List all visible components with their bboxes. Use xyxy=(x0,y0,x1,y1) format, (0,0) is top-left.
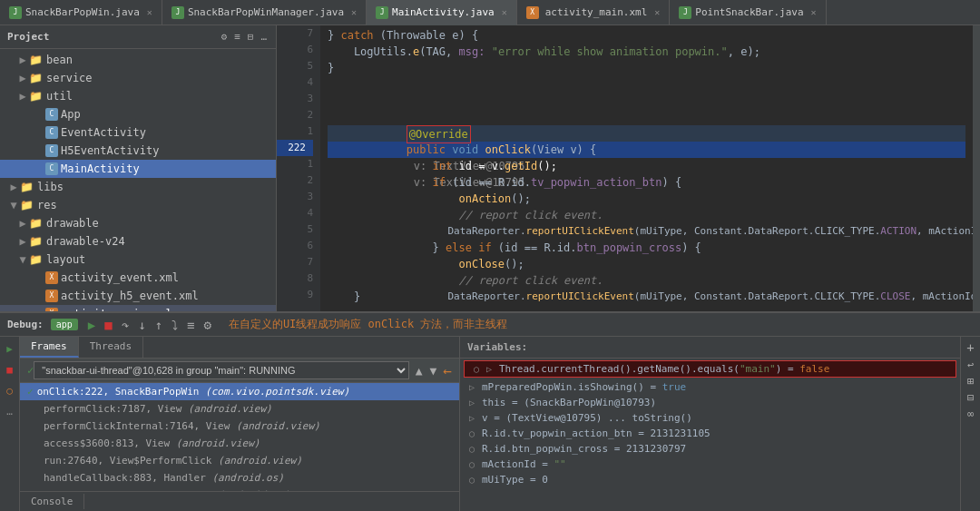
tab-activity-main-xml[interactable]: X activity_main.xml ✕ xyxy=(517,0,671,25)
var-item-v[interactable]: ▷ v = (TextView@10795) ... toString() xyxy=(460,410,960,426)
close-icon[interactable]: ✕ xyxy=(351,7,357,17)
arrow-icon: ▶ xyxy=(16,217,29,230)
frames-tab[interactable]: Frames xyxy=(20,337,79,358)
thread-select[interactable]: "snackbar-ui-thread"@10,628 in group "ma… xyxy=(34,361,408,379)
tree-label: MainActivity xyxy=(61,162,140,175)
tree-item-bean[interactable]: ▶ 📁 bean xyxy=(0,51,276,69)
scroll-bar[interactable] xyxy=(973,25,980,311)
tab-label: PointSnackBar.java xyxy=(695,6,803,18)
frame-label: handleCallback:883, Handler (android.os) xyxy=(44,472,284,484)
settings-icon[interactable]: ⚙ xyxy=(220,29,230,44)
restore-icon[interactable]: ↩ xyxy=(967,359,974,371)
var-item-thread-check[interactable]: ○ ▷ Thread.currentThread().getName().equ… xyxy=(464,360,956,378)
frames-tabs: Frames Threads xyxy=(20,337,459,359)
tree-item-app[interactable]: C App xyxy=(0,105,276,123)
add-watch-icon[interactable]: + xyxy=(966,340,974,355)
collapse-all-icon[interactable]: ⊟ xyxy=(967,391,974,404)
stop-icon[interactable]: ■ xyxy=(102,316,114,334)
var-item-mactionid[interactable]: ○ mActionId = "" xyxy=(460,457,960,472)
tree-item-libs[interactable]: ▶ 📁 libs xyxy=(0,178,276,196)
frame-label: access$3600:813, View (android.view) xyxy=(44,437,260,449)
var-expand-icon: ○ xyxy=(467,428,476,438)
frame-item-handlecallback[interactable]: handleCallback:883, Handler (android.os) xyxy=(20,469,459,486)
tree-item-res[interactable]: ▼ 📁 res xyxy=(0,196,276,214)
run-to-cursor-icon[interactable]: ⤵ xyxy=(169,316,181,334)
step-over-icon[interactable]: ↷ xyxy=(119,316,132,334)
tree-item-activity-h5-event-xml[interactable]: X activity_h5_event.xml xyxy=(0,287,276,305)
tree-label: libs xyxy=(37,181,64,193)
tab-mainactivity[interactable]: J MainActivity.java ✕ xyxy=(367,0,517,25)
close-icon[interactable]: ✕ xyxy=(654,7,660,17)
variables-list: ○ ▷ Thread.currentThread().getName().equ… xyxy=(460,359,960,511)
evaluate-icon[interactable]: ≡ xyxy=(184,316,197,334)
frame-item-run[interactable]: run:27640, View$PerformClick (android.vi… xyxy=(20,452,459,469)
tree-label: drawable xyxy=(46,217,99,230)
frame-item-onclick[interactable]: ✓ onClick:222, SnackBarPopWin (com.vivo.… xyxy=(20,383,459,400)
code-line: LogUtils.e(TAG, msg: "error while show a… xyxy=(328,44,965,60)
var-item-isprepared[interactable]: ▷ mPreparedPopWin.isShowing() = true xyxy=(460,379,960,395)
settings-side-icon[interactable]: … xyxy=(4,403,15,420)
tree-item-mainactivity[interactable]: C MainActivity xyxy=(0,160,276,178)
frame-item-performclick[interactable]: performClick:7187, View (android.view) xyxy=(20,400,459,418)
close-icon[interactable]: ✕ xyxy=(147,7,152,17)
tree-item-h5eventactivity[interactable]: C H5EventActivity xyxy=(0,142,276,160)
var-item-btn-cross[interactable]: ○ R.id.btn_popwin_cross = 2131230797 xyxy=(460,441,960,457)
close-icon[interactable]: ✕ xyxy=(811,7,817,17)
more-icon[interactable]: … xyxy=(259,29,269,44)
frame-item-access[interactable]: access$3600:813, View (android.view) xyxy=(20,435,459,452)
var-item-tv-action-btn[interactable]: ○ R.id.tv_popwin_action_btn = 2131231105 xyxy=(460,426,960,441)
sidebar: Project ⚙ ≡ ⊟ … ▶ 📁 bean ▶ 📁 s xyxy=(0,25,277,311)
var-content: mPreparedPopWin.isShowing() = true xyxy=(482,381,686,393)
xml-file-icon: X xyxy=(45,290,58,302)
console-tab[interactable]: Console xyxy=(20,494,84,509)
tree-label: H5EventActivity xyxy=(61,144,159,157)
tree-item-activity-main-xml[interactable]: X activity_main.xml xyxy=(0,305,276,311)
main-area: Project ⚙ ≡ ⊟ … ▶ 📁 bean ▶ 📁 s xyxy=(0,25,980,311)
resume-icon[interactable]: ▶ xyxy=(4,340,15,358)
stop-side-icon[interactable]: ■ xyxy=(4,361,15,378)
play-icon[interactable]: ▶ xyxy=(85,316,98,334)
frame-label: onClick:222, SnackBarPopWin (com.vivo.po… xyxy=(37,386,349,398)
tree-item-eventactivity[interactable]: C EventActivity xyxy=(0,123,276,142)
more-options-icon[interactable]: ∞ xyxy=(967,408,974,420)
mute-breakpoints-icon[interactable]: ○ xyxy=(4,382,15,399)
tree-label: EventActivity xyxy=(61,126,146,139)
var-item-this[interactable]: ▷ this = (SnackBarPopWin@10793) xyxy=(460,395,960,410)
tree-item-layout[interactable]: ▼ 📁 layout xyxy=(0,251,276,269)
arrow-icon: ▶ xyxy=(16,72,29,84)
tree-item-activity-event-xml[interactable]: X activity_event.xml xyxy=(0,269,276,287)
code-line: } xyxy=(328,60,965,76)
right-action-buttons: + ↩ ⊞ ⊟ ∞ xyxy=(960,337,980,511)
c-file-icon: C xyxy=(45,108,58,121)
step-out-icon[interactable]: ↑ xyxy=(152,316,165,334)
collapse-icon[interactable]: ⊟ xyxy=(246,29,256,44)
tab-snackbarpopwin[interactable]: J SnackBarPopWin.java ✕ xyxy=(0,0,162,25)
expand-all-icon[interactable]: ⊞ xyxy=(967,375,974,388)
nav-up-icon[interactable]: ▲ xyxy=(413,363,426,378)
tab-label: SnackBarPopWin.java xyxy=(25,6,140,18)
tab-snackbarpopwinmanager[interactable]: J SnackBarPopWinManager.java ✕ xyxy=(162,0,367,25)
sidebar-tree: ▶ 📁 bean ▶ 📁 service ▶ 📁 util C xyxy=(0,49,276,311)
java-file-icon: J xyxy=(679,6,691,19)
tree-item-drawable[interactable]: ▶ 📁 drawable xyxy=(0,214,276,232)
close-icon[interactable]: ✕ xyxy=(502,7,507,17)
var-content: R.id.tv_popwin_action_btn = 2131231105 xyxy=(482,427,710,439)
tree-item-service[interactable]: ▶ 📁 service xyxy=(0,69,276,87)
nav-down-icon[interactable]: ▼ xyxy=(427,363,440,378)
var-content: mUiType = 0 xyxy=(482,474,548,486)
frame-label: performClick:7187, View (android.view) xyxy=(44,403,272,415)
settings-debug-icon[interactable]: ⚙ xyxy=(201,316,213,334)
var-expand-icon: ○ xyxy=(472,364,481,374)
threads-tab[interactable]: Threads xyxy=(79,337,143,358)
tree-item-util[interactable]: ▶ 📁 util xyxy=(0,87,276,105)
tree-item-drawable-v24[interactable]: ▶ 📁 drawable-v24 xyxy=(0,232,276,251)
frame-item-performclickinternal[interactable]: performClickInternal:7164, View (android… xyxy=(20,418,459,435)
tab-pointsnackbar[interactable]: J PointSnackBar.java ✕ xyxy=(670,0,826,25)
debug-body: ▶ ■ ○ … Frames Threads ✓ "snackbar-ui-th… xyxy=(0,337,980,511)
folder-icon: 📁 xyxy=(29,253,43,266)
step-into-icon[interactable]: ↓ xyxy=(135,316,148,334)
var-item-muitype[interactable]: ○ mUiType = 0 xyxy=(460,472,960,487)
sidebar-title: Project xyxy=(7,31,220,43)
arrow-icon: ▼ xyxy=(16,253,29,266)
sync-icon[interactable]: ≡ xyxy=(232,29,242,44)
